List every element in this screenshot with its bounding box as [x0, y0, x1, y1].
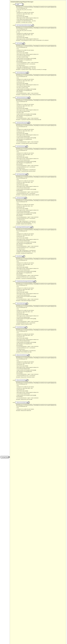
expand-icon[interactable]: +: [25, 197, 27, 199]
expand-icon[interactable]: +: [27, 72, 29, 74]
doc-line: ⇒ the [ISO ten <value>{10}</value> <ten>: [16, 363, 65, 364]
expand-icon[interactable]: +: [35, 281, 36, 282]
doc-line: ⇒ expr usage <SimpleType>(if ⇒ fromOutbo…: [16, 221, 65, 222]
doc-line: ⇒ urn:xsd NA:xsd instance/Outline: [16, 160, 65, 161]
doc-line: ⇒ take range as (none) <defined-length>0…: [16, 239, 65, 240]
documentation-block: namespace urn:x12:schemas:all:004010_735…: [16, 27, 65, 41]
doc-line: ⇒ any of those values 000000: [16, 157, 65, 158]
element-box[interactable]: _isoID+: [15, 3, 23, 6]
doc-line: ⇒ identical to ID no matter the open ins…: [16, 334, 65, 335]
element-box[interactable]: _MeasurementUnitHold0..1+: [15, 379, 28, 381]
documentation-block: namespace urn:x12:schemas:all:004010_735…: [16, 329, 65, 353]
expand-icon[interactable]: +: [27, 380, 28, 381]
expand-icon[interactable]: +: [29, 122, 30, 124]
doc-line: ⇒ previous/next <ID>: [16, 15, 65, 16]
doc-line: ⇒ previous/next <ID>: [16, 132, 65, 133]
doc-line: ⇒ (no value) NA see if: [16, 219, 65, 220]
doc-line: ⇒ identical to ID no matter the open ins…: [16, 79, 65, 80]
namespace-line: namespace urn:x12:schemas:all:004010_735…: [16, 148, 65, 149]
element-box[interactable]: _MeasurementStatements0..1+: [15, 401, 29, 404]
doc-line: ⇒ urn:x12:schemas:all:<ID>: [16, 47, 65, 48]
expand-icon[interactable]: +: [27, 303, 28, 304]
element-box[interactable]: _PostalAddressPackagesInfoDescription0..…: [15, 280, 35, 282]
element-box[interactable]: _tdsTransportationMethodTypeCo...0..1+: [15, 24, 33, 26]
expand-icon[interactable]: +: [29, 97, 30, 98]
documentation-block: namespace urn:x12:schemas:all:004010_735…: [16, 356, 65, 378]
doc-line: <> NA: [16, 308, 65, 310]
expand-icon[interactable]: +: [26, 327, 27, 328]
element-box[interactable]: _tdsChangedStatusInfo0..1+: [15, 173, 28, 175]
documentation-text: ⇒ urn:x12:schemas:all:<ID><> NA⇒ identic…: [16, 47, 65, 70]
doc-line: ⇒ take range as (none) <defined-length>0…: [16, 84, 65, 86]
expand-icon[interactable]: +: [32, 226, 33, 228]
doc-line: <> NA: [16, 286, 65, 287]
doc-line: ⇒ displayed in the AttributeEdit2 [[x]] …: [16, 222, 65, 223]
expand-icon[interactable]: +: [23, 256, 25, 257]
doc-line: ⇒ simple restriction and the [[data-cont…: [16, 318, 65, 319]
namespace-line: namespace urn:x12:schemas:all:004010_735…: [16, 45, 65, 46]
doc-line: ⇒ previous/next <ID>: [16, 82, 65, 83]
doc-line: description: Postal address packages des…: [16, 300, 65, 301]
documentation-block: namespace urn:x12:schemas:all:004010_735…: [16, 45, 65, 70]
expand-icon[interactable]: +: [32, 24, 34, 26]
doc-line: ⇒ take range as (none) <defined-length>0…: [16, 38, 65, 40]
doc-line: ⇒ (no value) NA see if: [16, 248, 65, 250]
doc-line: <> NA: [16, 203, 65, 204]
expand-icon[interactable]: +: [26, 146, 28, 147]
documentation-block: namespace urn:x12:schemas:all:004010_735…: [16, 199, 65, 225]
expand-icon[interactable]: +: [22, 4, 24, 5]
doc-line: ⇒ urn:xsd NA:xsd instance/Outline: [16, 86, 65, 87]
doc-line: ⇒ identical to ID no matter the open ins…: [16, 129, 65, 130]
doc-line: ⇒ urn:x12:schemas:all:<ID>: [16, 126, 65, 128]
documentation-block: namespace urn:x12:schemas:all:004010_735…: [16, 258, 65, 279]
child-element: _tdsShipmentModeQStatus0..1+namespace ur…: [15, 122, 66, 144]
doc-line: <documentation>: [16, 91, 65, 92]
element-box[interactable]: _ActualPackage0..1+: [15, 255, 24, 257]
doc-line: ⇒ the [ISO ten <value>{10}</value> <ten>: [16, 130, 65, 132]
doc-line: ⇒ the value is number of days: [16, 87, 65, 88]
expand-icon[interactable]: +: [23, 43, 25, 44]
doc-line: ⇒ urn:xsd NA:xsd instance/Outline: [16, 368, 65, 370]
element-box[interactable]: _HandlingUnitWithReceiptProcess0..1+: [15, 226, 32, 228]
doc-line: ⇒ identical to ID no matter the open ins…: [16, 104, 65, 105]
namespace-line: namespace urn:x12:schemas:all:004010_735…: [16, 356, 65, 358]
doc-line: ⇒ structured DEFINE from xsd ⇒ xsd struc…: [16, 193, 65, 194]
doc-line: description: To identify a part or proce…: [16, 22, 65, 23]
element-box[interactable]: _tdsTimeDayInstructions0..1+: [15, 72, 28, 74]
doc-line: ⇒ urn encounter(min)/max = typeof ⇒ base…: [16, 62, 65, 63]
doc-line: ⇒ previous/next <ID>: [16, 312, 65, 314]
doc-line: ⇒ simple restriction and the [[data-cont…: [16, 296, 65, 297]
doc-line: ⇒ identical to ID no matter the open ins…: [16, 234, 65, 234]
element-box[interactable]: _tdsShipmentModeQStatus0..1+: [15, 122, 29, 124]
namespace-url: http://namespace-x12-schemas-all-004010_…: [16, 330, 65, 330]
documentation-text: ⇒ urn:x12:schemas:all:<ID><> NA⇒ identic…: [16, 76, 65, 95]
element-box[interactable]: _MeasurementDimensions0..1+: [15, 354, 29, 356]
documentation-text: ⇒ urn:x12:schemas:all:<ID><> NA⇒ identic…: [16, 201, 65, 225]
doc-line: <documentation>: [16, 116, 65, 118]
element-box[interactable]: _tdsShipmentDetails0..1+: [15, 197, 26, 199]
documentation-text: ⇒ urn:x12:schemas:all:<ID><> NA⇒ identic…: [16, 285, 65, 301]
namespace-line: namespace urn:x12:schemas:all:004010_735…: [16, 228, 65, 230]
expand-icon[interactable]: +: [28, 402, 30, 403]
element-box[interactable]: _PointOfDeliveryHold0..1+: [15, 326, 27, 328]
doc-line: ⇒ identical to ID no matter the open ins…: [16, 180, 65, 182]
element-box[interactable]: _tdsTransitDays0..1+: [15, 42, 24, 44]
doc-line: ⇒ take range as (none) <defined-length>0…: [16, 158, 65, 159]
expand-icon[interactable]: +: [27, 174, 28, 175]
element-box[interactable]: _tdsRequestedDeliveryDate0..1+: [15, 96, 30, 99]
element-box[interactable]: _tdsTilePartsAssembly0..1+: [15, 145, 27, 148]
child-element: _ShipmentReceiptHold0..1+namespace urn:x…: [15, 302, 66, 325]
documentation-text: ⇒ urn:x12:schemas:all:<ID><> NA⇒ identic…: [16, 101, 65, 120]
doc-line: ⇒ [[no-data ]] [[no-cont adj ]] [[20]] v…: [16, 371, 65, 372]
expand-icon[interactable]: +: [28, 354, 30, 356]
doc-line: ⇒ previous/next <ID>: [16, 183, 65, 184]
doc-line: ⇒ identical to ID no matter the open ins…: [16, 153, 65, 154]
namespace-url: http://namespace-x12-schemas-all-004010_…: [16, 200, 65, 201]
doc-line: description: Measurement unit hold state: [16, 399, 65, 400]
doc-line: <> NA: [16, 407, 65, 408]
namespace-url: http://namespace-x12-schemas-all-004010_…: [16, 28, 65, 28]
doc-line: ⇒ expr usage <SimpleType>(if ⇒ fromOutbo…: [16, 350, 65, 351]
element-box[interactable]: _ShipmentReceiptHold0..1+: [15, 302, 27, 304]
doc-line: ⇒ urn encounter(min)/max = typeof ⇒ base…: [16, 374, 65, 375]
doc-line: ⇒ urn:x12:schemas:all:<ID>: [16, 29, 65, 30]
